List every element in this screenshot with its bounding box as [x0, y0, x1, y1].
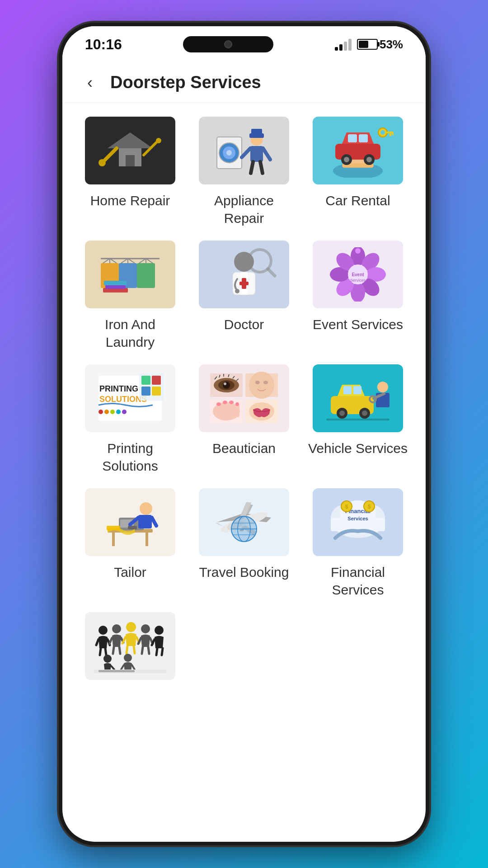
svg-line-3: [103, 148, 117, 162]
svg-point-91: [263, 381, 268, 384]
svg-rect-23: [359, 134, 368, 142]
battery-body: [357, 39, 378, 50]
service-item-financial[interactable]: Financial Services $ $ Financial Service…: [306, 488, 409, 599]
svg-line-163: [138, 638, 141, 644]
appliance-repair-icon: [208, 123, 280, 178]
svg-line-156: [119, 647, 120, 654]
battery-fill: [359, 41, 368, 48]
svg-rect-115: [326, 419, 389, 420]
svg-point-80: [223, 382, 230, 389]
screen: 10:16 53% ‹ Doorstep Servic: [62, 26, 426, 842]
svg-line-158: [122, 637, 126, 643]
service-item-iron-laundry[interactable]: Iron And Laundry: [79, 241, 182, 351]
header: ‹ Doorstep Services: [62, 62, 426, 103]
svg-rect-76: [152, 387, 161, 396]
svg-text:$: $: [368, 504, 371, 510]
service-img-iron-laundry: [85, 241, 175, 308]
service-img-financial: Financial Services $ $: [313, 488, 403, 556]
svg-rect-124: [138, 515, 152, 528]
svg-line-161: [134, 646, 135, 653]
svg-rect-18: [251, 129, 262, 134]
svg-rect-73: [141, 376, 150, 385]
svg-rect-96: [229, 402, 234, 417]
svg-line-150: [100, 648, 101, 655]
travel-icon: [208, 495, 280, 549]
service-label-beautician: Beautician: [212, 439, 276, 457]
svg-line-165: [142, 647, 143, 654]
svg-point-157: [126, 622, 136, 632]
svg-point-27: [366, 157, 372, 162]
svg-rect-12: [250, 146, 263, 162]
service-label-appliance-repair: Appliance Repair: [192, 192, 296, 227]
service-item-tailor[interactable]: Tailor: [79, 488, 182, 599]
service-label-travel: Travel Booking: [199, 563, 289, 581]
back-button[interactable]: ‹: [79, 71, 101, 94]
service-item-travel[interactable]: Travel Booking: [192, 488, 296, 599]
service-item-car-rental[interactable]: Car Rental: [306, 117, 409, 227]
svg-rect-95: [222, 402, 228, 417]
page-title: Doorstep Services: [110, 73, 261, 92]
svg-marker-1: [108, 132, 153, 148]
svg-rect-32: [392, 133, 394, 135]
beautician-icon: [208, 371, 280, 425]
svg-rect-118: [145, 533, 148, 546]
service-label-printing: Printing Solutions: [79, 439, 182, 475]
svg-point-70: [116, 410, 121, 414]
svg-point-68: [104, 410, 109, 414]
svg-line-51: [268, 269, 275, 276]
svg-rect-22: [348, 134, 357, 142]
svg-rect-117: [112, 533, 115, 546]
svg-rect-42: [104, 281, 127, 285]
service-label-financial: Financial Services: [306, 563, 409, 599]
signal-icon: [335, 38, 352, 51]
service-img-doctor: [199, 241, 289, 308]
svg-point-173: [124, 654, 132, 662]
service-img-beautician: [199, 364, 289, 432]
svg-point-167: [155, 626, 164, 635]
svg-point-71: [122, 410, 127, 414]
svg-point-101: [235, 402, 239, 406]
service-item-vehicle-services[interactable]: Vehicle Services: [306, 364, 409, 475]
svg-point-162: [141, 624, 150, 633]
notch: [183, 36, 273, 52]
status-icons: 53%: [335, 38, 403, 52]
svg-rect-105: [343, 386, 352, 394]
battery-percent: 53%: [380, 38, 403, 52]
status-bar: 10:16 53%: [62, 26, 426, 62]
svg-point-108: [339, 410, 345, 416]
svg-rect-106: [353, 386, 361, 394]
svg-point-29: [380, 130, 385, 135]
service-img-travel: [199, 488, 289, 556]
service-label-home-repair: Home Repair: [90, 192, 170, 209]
service-item-printing[interactable]: PRINTING SOLUTIONS: [79, 364, 182, 475]
service-img-appliance-repair: [199, 117, 289, 184]
svg-line-126: [152, 518, 156, 526]
svg-point-81: [224, 382, 226, 385]
svg-line-14: [263, 148, 270, 160]
doctor-icon: [208, 247, 280, 302]
svg-line-175: [132, 665, 135, 670]
service-item-doctor[interactable]: Doctor: [192, 241, 296, 351]
svg-point-4: [99, 159, 106, 166]
service-label-iron-laundry: Iron And Laundry: [79, 316, 182, 351]
service-item-beautician[interactable]: Beautician: [192, 364, 296, 475]
service-img-tailor: [85, 488, 175, 556]
service-item-home-repair[interactable]: Home Repair: [79, 117, 182, 227]
service-item-more[interactable]: [79, 612, 182, 687]
svg-line-16: [260, 162, 263, 173]
svg-point-47: [235, 289, 239, 293]
svg-line-172: [111, 666, 114, 670]
svg-rect-31: [389, 133, 391, 136]
svg-point-90: [255, 381, 260, 384]
service-item-appliance-repair[interactable]: Appliance Repair: [192, 117, 296, 227]
svg-point-100: [229, 401, 234, 404]
iron-laundry-icon: [94, 247, 166, 302]
financial-icon: Financial Services $ $: [322, 495, 394, 549]
service-item-event-services[interactable]: Event Services Event Services: [306, 241, 409, 351]
svg-line-151: [105, 648, 106, 655]
svg-point-123: [140, 502, 152, 515]
car-rental-icon: [322, 123, 394, 178]
svg-point-98: [216, 402, 221, 406]
svg-point-63: [355, 248, 361, 254]
svg-point-69: [110, 410, 115, 414]
